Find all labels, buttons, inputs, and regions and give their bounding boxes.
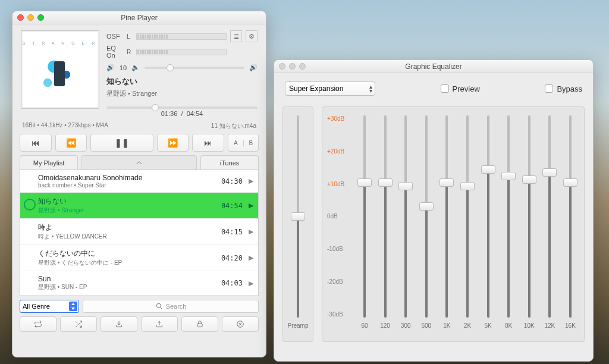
band-freq-label: 120 (380, 322, 390, 329)
player-titlebar[interactable]: Pine Player (12, 11, 266, 24)
svg-line-3 (80, 325, 82, 328)
export-button[interactable] (141, 316, 178, 332)
play-icon: ▶ (249, 228, 253, 236)
level-meter-left (136, 33, 227, 40)
list-item[interactable]: 時よ時よ • YELLOW DANCER 04:15▶ (20, 219, 258, 245)
list-item[interactable]: くだらないの中に星野源 • くだらないの中に - EP 04:20▶ (20, 245, 258, 271)
genre-select[interactable]: All Genre (20, 300, 79, 313)
settings-icon[interactable]: ⚙ (246, 30, 258, 42)
play-icon: ▶ (249, 280, 253, 287)
repeat-button[interactable] (20, 316, 56, 332)
band-freq-label: 8K (505, 322, 512, 329)
channel-l-label: L (127, 33, 133, 40)
band-freq-label: 5K (484, 322, 491, 329)
band-freq-label: 300 (401, 322, 411, 329)
lock-button[interactable] (181, 316, 218, 332)
collapse-button[interactable] (81, 155, 197, 170)
eq-titlebar[interactable]: Graphic Equalizer (274, 60, 593, 73)
band-freq-label: 16K (565, 322, 576, 329)
band-slider[interactable] (525, 115, 534, 318)
bands-column: +30dB +20dB +10dB 0dB -10dB -20dB -30dB … (322, 106, 585, 342)
channel-r-label: R (127, 49, 133, 55)
clear-button[interactable] (222, 316, 259, 332)
progress-time: 01:36 / 04:54 (106, 110, 258, 117)
volume-min-icon: 🔈 (131, 64, 140, 71)
play-pause-button[interactable]: ❚❚ (90, 134, 153, 152)
preamp-column: Preamp (282, 106, 313, 342)
import-button[interactable] (101, 316, 137, 332)
volume-max-icon: 🔊 (249, 64, 258, 71)
band-freq-label: 1K (443, 322, 450, 329)
preset-select[interactable]: Super Expansion ▴▾ (285, 81, 375, 96)
graphic-equalizer-window: Graphic Equalizer Super Expansion ▴▾ Pre… (274, 59, 594, 362)
svg-point-0 (156, 303, 161, 307)
now-playing-title: 知らない (106, 76, 258, 87)
album-header-text: S T R A N G E R (23, 41, 98, 45)
band-slider[interactable] (401, 115, 410, 318)
band-slider[interactable] (360, 115, 369, 318)
stream-info: 16Bit • 44.1kHz • 273kbps • M4A (22, 122, 108, 130)
ab-repeat-button[interactable]: AB (228, 134, 259, 152)
album-art-image (29, 45, 91, 99)
band-slider[interactable] (381, 115, 390, 318)
band-freq-label: 12K (544, 322, 555, 329)
forward-button[interactable]: ⏩ (157, 134, 189, 152)
shuffle-button[interactable] (60, 316, 97, 332)
rewind-button[interactable]: ⏪ (55, 134, 87, 152)
svg-line-4 (76, 321, 77, 323)
search-icon (155, 302, 164, 310)
search-input[interactable]: Search (83, 300, 259, 313)
svg-line-1 (160, 307, 162, 309)
progress-slider[interactable] (106, 106, 258, 109)
prev-track-button[interactable]: ⏮ (20, 134, 52, 152)
band-freq-label: 500 (421, 322, 431, 329)
band-slider[interactable] (545, 115, 554, 318)
preview-checkbox[interactable]: Preview (441, 84, 480, 93)
window-title: Pine Player (12, 14, 266, 22)
preamp-slider[interactable] (293, 115, 303, 318)
band-slider[interactable] (504, 115, 513, 318)
playlist: Omoidasenakunaru Sonohimadeback number •… (20, 170, 259, 296)
band-slider[interactable] (442, 115, 451, 318)
volume-slider[interactable] (145, 67, 244, 69)
play-icon: ▶ (249, 254, 253, 262)
band-slider[interactable] (422, 115, 431, 318)
bypass-checkbox[interactable]: Bypass (545, 84, 582, 93)
level-meter-right (136, 49, 227, 55)
chevron-updown-icon: ▴▾ (369, 84, 372, 93)
window-title: Graphic Equalizer (274, 62, 593, 71)
output-icon: 🔊 (106, 64, 115, 71)
output-level: 10 (120, 64, 127, 71)
play-icon: ▶ (249, 177, 253, 185)
album-art: S T R A N G E R (21, 30, 99, 109)
list-toggle-icon[interactable]: ≣ (230, 30, 242, 42)
play-icon: ▶ (249, 202, 253, 209)
list-item[interactable]: Sun星野源 • SUN - EP 04:03▶ (20, 271, 258, 296)
band-slider[interactable] (463, 115, 472, 318)
tab-my-playlist[interactable]: My Playlist (20, 155, 78, 170)
pine-player-window: Pine Player S T R A N G E R OSF L ≣ ⚙ EQ… (12, 11, 266, 357)
scale-labels: +30dB +20dB +10dB 0dB -10dB -20dB -30dB (327, 115, 344, 318)
tab-itunes[interactable]: iTunes (200, 155, 259, 170)
now-playing-artist: 星野源 • Stranger (106, 89, 258, 98)
eq-on-label: EQ On (106, 45, 123, 59)
svg-rect-7 (197, 324, 202, 327)
band-freq-label: 2K (464, 322, 471, 329)
next-track-button[interactable]: ⏭ (192, 134, 224, 152)
osf-label: OSF (106, 33, 123, 40)
chevron-updown-icon (69, 302, 77, 311)
band-slider[interactable] (484, 115, 493, 318)
band-freq-label: 10K (524, 322, 535, 329)
band-freq-label: 60 (361, 322, 368, 329)
preamp-label: Preamp (287, 322, 308, 329)
filename: 11 知らない.m4a (211, 122, 256, 130)
list-item[interactable]: Omoidasenakunaru Sonohimadeback number •… (20, 170, 258, 193)
band-slider[interactable] (566, 115, 575, 318)
list-item[interactable]: 知らない星野源 • Stranger 04:54▶ (20, 193, 258, 219)
